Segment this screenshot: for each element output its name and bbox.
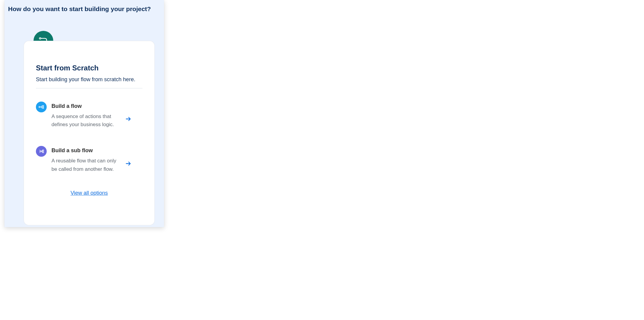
arrow-right-icon xyxy=(125,116,132,123)
svg-point-3 xyxy=(42,105,44,107)
option-description: A sequence of actions that defines your … xyxy=(51,112,120,129)
arrow-right-icon xyxy=(125,160,132,168)
options-list: Build a flow A sequence of actions that … xyxy=(36,97,142,177)
option-build-subflow[interactable]: Build a sub flow A reusable flow that ca… xyxy=(36,142,142,177)
svg-point-6 xyxy=(42,150,44,151)
svg-point-4 xyxy=(42,107,44,108)
project-start-panel: How do you want to start building your p… xyxy=(4,0,164,227)
option-title: Build a sub flow xyxy=(51,147,120,154)
card-title: Start from Scratch xyxy=(36,64,142,72)
svg-point-7 xyxy=(42,152,44,153)
start-from-scratch-card: Start from Scratch Start building your f… xyxy=(24,41,154,225)
card-subtitle: Start building your flow from scratch he… xyxy=(36,76,142,88)
view-all-options-link[interactable]: View all options xyxy=(36,190,142,196)
svg-point-2 xyxy=(39,106,40,108)
svg-point-0 xyxy=(40,38,41,39)
panel-title: How do you want to start building your p… xyxy=(4,0,164,13)
flow-branch-icon xyxy=(36,102,47,112)
option-title: Build a flow xyxy=(51,103,120,109)
subflow-icon xyxy=(36,146,47,157)
option-text: Build a flow A sequence of actions that … xyxy=(51,102,120,129)
option-description: A reusable flow that can only be called … xyxy=(51,157,120,173)
option-text: Build a sub flow A reusable flow that ca… xyxy=(51,146,120,173)
svg-point-5 xyxy=(40,151,41,152)
option-build-flow[interactable]: Build a flow A sequence of actions that … xyxy=(36,97,142,133)
